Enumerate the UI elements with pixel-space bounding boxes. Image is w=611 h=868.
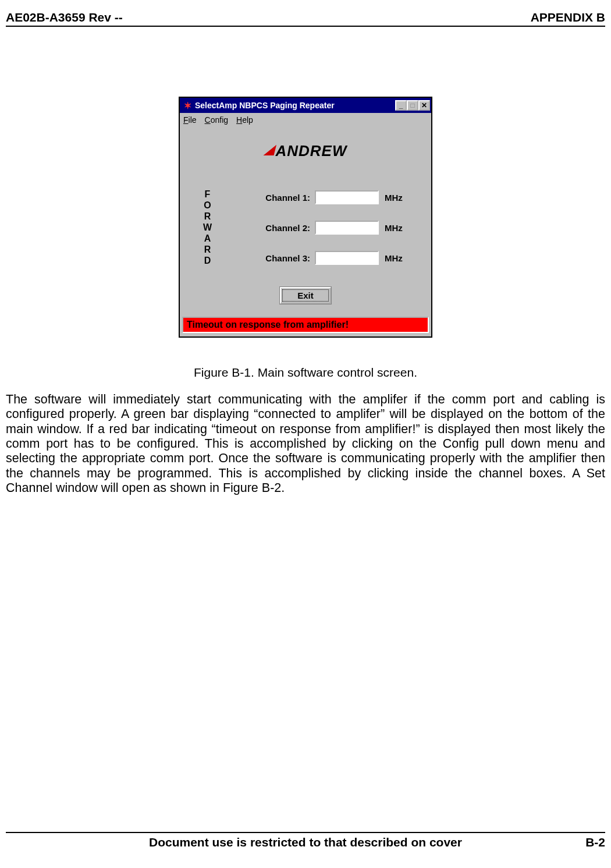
logo-row: ◢ANDREW (180, 127, 431, 166)
menu-help[interactable]: Help (236, 115, 253, 125)
body-paragraph: The software will immediately start comm… (6, 392, 605, 496)
page-header: AE02B-A3659 Rev -- APPENDIX B (6, 10, 605, 27)
channel-3-input[interactable] (315, 251, 379, 265)
menu-file-rest: ile (189, 115, 197, 125)
menu-config-rest: onfig (211, 115, 228, 125)
titlebar: ✶ SelectAmp NBPCS Paging Repeater _ □ ✕ (180, 98, 431, 113)
exit-row: Exit (180, 282, 431, 317)
channel-2-input[interactable] (315, 221, 379, 235)
page-footer: Document use is restricted to that descr… (6, 832, 605, 849)
andrew-logo: ◢ANDREW (264, 142, 347, 160)
close-icon: ✕ (421, 102, 427, 109)
channel-row-1: Channel 1: MHz (212, 190, 408, 204)
window-title: SelectAmp NBPCS Paging Repeater (195, 101, 395, 110)
menu-help-rest: elp (242, 115, 253, 125)
header-right: APPENDIX B (531, 10, 605, 24)
maximize-icon: □ (410, 102, 414, 109)
header-left: AE02B-A3659 Rev -- (6, 10, 123, 24)
forward-group: FORWARD Channel 1: MHz Channel 2: MHz Ch… (205, 168, 415, 278)
channel-2-unit: MHz (385, 223, 408, 233)
close-button[interactable]: ✕ (418, 100, 430, 111)
channel-1-label: Channel 1: (265, 193, 310, 203)
menu-config[interactable]: Config (205, 115, 228, 125)
figure-caption: Figure B-1. Main software control screen… (6, 366, 605, 380)
menubar: File Config Help (180, 113, 431, 127)
exit-button[interactable]: Exit (280, 287, 331, 304)
forward-label: FORWARD (202, 189, 212, 267)
app-window: ✶ SelectAmp NBPCS Paging Repeater _ □ ✕ … (179, 97, 432, 338)
client-area: ◢ANDREW FORWARD Channel 1: MHz Channel 2… (180, 127, 431, 336)
channel-3-unit: MHz (385, 253, 408, 263)
channel-1-input[interactable] (315, 190, 379, 204)
channel-3-label: Channel 3: (265, 253, 310, 263)
maximize-button[interactable]: □ (407, 100, 418, 111)
minimize-button[interactable]: _ (395, 100, 407, 111)
minimize-icon: _ (399, 102, 403, 109)
channel-1-unit: MHz (385, 193, 408, 203)
footer-page: B-2 (570, 835, 605, 849)
footer-text: Document use is restricted to that descr… (41, 835, 570, 849)
menu-file[interactable]: File (183, 115, 197, 125)
app-icon: ✶ (182, 100, 193, 111)
logo-text: ANDREW (276, 142, 347, 160)
andrew-mark-icon: ◢ (264, 142, 275, 157)
channel-2-label: Channel 2: (265, 223, 310, 233)
status-bar: Timeout on response from amplifier! (182, 317, 429, 333)
channel-row-2: Channel 2: MHz (212, 221, 408, 235)
channel-row-3: Channel 3: MHz (212, 251, 408, 265)
window-buttons: _ □ ✕ (395, 100, 431, 111)
